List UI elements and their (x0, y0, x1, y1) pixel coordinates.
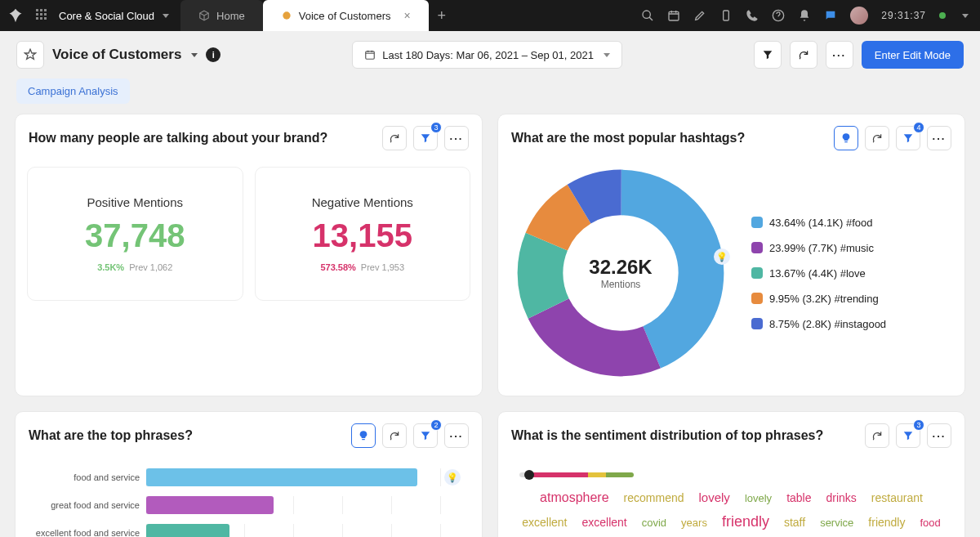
legend-item[interactable]: 23.99% (7.7K) #music (751, 242, 886, 254)
cloud-word[interactable]: food (920, 517, 940, 529)
refresh-button[interactable] (865, 423, 889, 448)
app-name[interactable]: Core & Social Cloud (59, 10, 154, 22)
svg-rect-3 (724, 11, 729, 20)
date-range-picker[interactable]: Last 180 Days: Mar 06, 2021 – Sep 01, 20… (352, 41, 622, 69)
filter-button[interactable]: 3 (413, 126, 438, 150)
insight-marker-icon[interactable]: 💡 (444, 469, 461, 486)
status-indicator[interactable] (939, 12, 946, 19)
add-tab-button[interactable]: + (429, 0, 455, 31)
timer: 29:31:37 (881, 10, 926, 21)
tab-label: Voice of Customers (299, 10, 391, 22)
chevron-down-icon (163, 14, 169, 18)
speech-icon (281, 10, 292, 21)
more-button[interactable]: ··· (826, 41, 853, 69)
negative-mentions-tile[interactable]: Negative Mentions 13,155 573.58%Prev 1,9… (255, 167, 471, 301)
cloud-word[interactable]: staff (784, 516, 805, 529)
cloud-word[interactable]: friendly (722, 513, 769, 530)
card-title: What are the top phrases? (29, 428, 351, 443)
filter-button[interactable] (754, 41, 782, 69)
sentiment-card: What is the sentiment distribution of to… (497, 411, 965, 537)
word-cloud[interactable]: atmosphererecommendlovelylovelytabledrin… (514, 490, 948, 537)
calendar-icon[interactable] (667, 9, 680, 22)
tab-home[interactable]: Home (180, 0, 263, 31)
tab-label: Home (216, 10, 245, 22)
filter-button[interactable]: 3 (896, 423, 920, 448)
enter-edit-mode-button[interactable]: Enter Edit Mode (862, 41, 964, 69)
topbar: Core & Social Cloud Home Voice of Custom… (0, 0, 980, 31)
svg-point-0 (283, 11, 290, 19)
hashtags-card: What are the most popular hashtags? 4 ··… (497, 114, 965, 396)
donut-center-label: Mentions (601, 279, 641, 290)
chat-icon[interactable] (824, 9, 837, 22)
card-title: How many people are talking about your b… (29, 131, 382, 145)
sentiment-slider[interactable] (514, 472, 634, 490)
cloud-word[interactable]: lovely (699, 490, 730, 504)
refresh-button[interactable] (382, 423, 407, 448)
positive-mentions-tile[interactable]: Positive Mentions 37,748 3.5K%Prev 1,062 (27, 167, 243, 301)
lightbulb-button[interactable] (834, 126, 858, 150)
cloud-word[interactable]: table (786, 491, 811, 504)
legend-item[interactable]: 13.67% (4.4K) #love (751, 267, 886, 280)
chevron-down-icon (191, 53, 198, 57)
info-icon[interactable]: i (206, 47, 220, 62)
card-title: What is the sentiment distribution of to… (511, 428, 865, 443)
logo-icon (5, 7, 26, 24)
chevron-down-icon[interactable] (962, 14, 969, 18)
cloud-word[interactable]: years (681, 517, 707, 529)
cloud-word[interactable]: drinks (826, 491, 856, 504)
campaign-analysis-chip[interactable]: Campaign Analysis (16, 78, 130, 104)
insight-marker-icon[interactable]: 💡 (714, 248, 730, 265)
negative-value: 13,155 (264, 217, 462, 254)
svg-rect-2 (669, 11, 679, 20)
cloud-word[interactable]: friendly (868, 516, 905, 529)
search-icon[interactable] (641, 9, 654, 22)
legend-item[interactable]: 9.95% (3.2K) #trending (751, 293, 886, 305)
card-title: What are the most popular hashtags? (511, 131, 834, 145)
more-button[interactable]: ··· (444, 423, 469, 448)
svg-rect-5 (366, 51, 375, 59)
more-button[interactable]: ··· (927, 126, 951, 150)
pencil-icon[interactable] (693, 9, 706, 22)
favorite-button[interactable] (16, 41, 44, 69)
refresh-button[interactable] (790, 41, 817, 69)
lightbulb-button[interactable] (351, 423, 376, 448)
bell-icon[interactable] (798, 9, 811, 22)
top-phrases-card: What are the top phrases? 2 ··· food and… (15, 411, 483, 537)
cloud-word[interactable]: restaurant (871, 491, 923, 504)
close-icon[interactable]: × (403, 9, 410, 22)
chevron-down-icon (604, 53, 610, 57)
positive-value: 37,748 (36, 217, 234, 254)
help-icon[interactable] (772, 9, 785, 22)
cloud-word[interactable]: recommend (624, 491, 684, 504)
slider-thumb-icon[interactable] (524, 470, 534, 480)
phone-icon[interactable] (746, 9, 759, 22)
page-header: Voice of Customers i Last 180 Days: Mar … (0, 31, 980, 78)
refresh-button[interactable] (382, 126, 407, 150)
filter-button[interactable]: 4 (896, 126, 920, 150)
donut-center-value: 32.26K (589, 256, 652, 279)
bar-chart[interactable]: food and service 💡 great food and servic… (16, 456, 482, 537)
brand-mentions-card: How many people are talking about your b… (15, 114, 483, 396)
page-title[interactable]: Voice of Customers (52, 47, 198, 63)
svg-point-1 (643, 11, 650, 18)
cube-icon (198, 10, 210, 21)
cloud-word[interactable]: covid (642, 517, 666, 529)
donut-chart[interactable]: 32.26K Mentions 💡 (514, 167, 727, 379)
cloud-word[interactable]: excellent (522, 516, 567, 529)
cloud-word[interactable]: service (820, 517, 853, 529)
legend-item[interactable]: 8.75% (2.8K) #instagood (751, 318, 886, 330)
more-button[interactable]: ··· (927, 423, 951, 448)
legend-item[interactable]: 43.64% (14.1K) #food (751, 217, 886, 229)
avatar[interactable] (850, 7, 868, 25)
cloud-word[interactable]: lovely (745, 492, 772, 504)
app-launcher-icon[interactable] (36, 9, 49, 22)
more-button[interactable]: ··· (444, 126, 469, 150)
tab-voice-of-customers[interactable]: Voice of Customers × (263, 0, 429, 31)
cloud-word[interactable]: atmosphere (540, 490, 609, 505)
cloud-word[interactable]: excellent (581, 516, 626, 529)
legend: 43.64% (14.1K) #food 23.99% (7.7K) #musi… (751, 217, 886, 330)
filter-button[interactable]: 2 (413, 423, 438, 448)
refresh-button[interactable] (865, 126, 889, 150)
device-icon[interactable] (719, 9, 733, 22)
